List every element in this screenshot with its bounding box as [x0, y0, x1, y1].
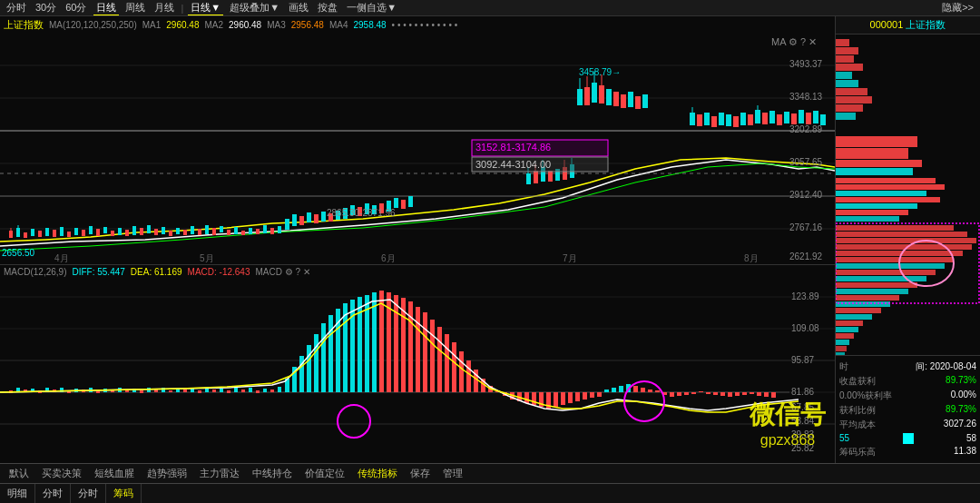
svg-rect-89 — [621, 94, 626, 108]
ma-dots: • • • • • • • • • • • • — [392, 20, 458, 30]
ma3-prefix: MA3 — [267, 20, 286, 30]
svg-rect-264 — [836, 321, 863, 326]
svg-rect-239 — [836, 148, 908, 159]
y-axis-5: 2912.40 — [789, 190, 823, 200]
macd-y7: 39.83 — [791, 429, 814, 439]
tf-weekly[interactable]: 周线 — [122, 1, 148, 15]
market-profile — [836, 35, 980, 355]
svg-rect-211 — [655, 390, 660, 392]
svg-rect-29 — [140, 228, 143, 235]
tf-30min[interactable]: 30分 — [33, 1, 59, 15]
tf-daily[interactable]: 日线 — [93, 1, 119, 15]
svg-rect-243 — [836, 184, 945, 190]
svg-rect-141 — [147, 388, 151, 392]
right-header: 000001 上证指数 — [836, 16, 980, 35]
svg-rect-37 — [198, 229, 201, 235]
stats-avg-label: 平均成本 — [839, 419, 876, 431]
tf-monthly[interactable]: 月线 — [152, 1, 177, 15]
peak-price-label: 3458.79→ — [579, 67, 621, 77]
ma1-prefix: MA1 — [142, 20, 162, 30]
svg-rect-41 — [227, 230, 230, 235]
svg-rect-31 — [154, 229, 158, 235]
view-superimpose[interactable]: 超级叠加▼ — [227, 1, 282, 15]
nav-buysell[interactable]: 买卖决策 — [36, 465, 87, 482]
svg-rect-254 — [836, 257, 954, 262]
btn-chips[interactable]: 筹码 — [106, 484, 142, 503]
nav-manage[interactable]: 管理 — [437, 465, 468, 482]
svg-rect-65 — [401, 200, 406, 209]
svg-rect-256 — [836, 270, 936, 275]
svg-rect-95 — [697, 114, 702, 126]
nav-save[interactable]: 保存 — [405, 465, 436, 482]
macd-svg: 123.89 109.08 95.87 81.86 67.85 53.84 39… — [0, 265, 835, 460]
view-press[interactable]: 按盘 — [315, 1, 340, 15]
box1-price: 3152.81-3174.86 — [475, 142, 551, 153]
tf-60min[interactable]: 60分 — [63, 1, 89, 15]
stats-time-label: 时 — [839, 360, 848, 373]
nav-traditional[interactable]: 传统指标 — [352, 465, 403, 482]
svg-rect-210 — [648, 390, 652, 392]
stats-close-row: 收盘获利 89.73% — [839, 374, 976, 389]
stock-name: 上证指数 — [4, 18, 44, 32]
macd-y5: 67.85 — [791, 402, 814, 412]
nav-main[interactable]: 主力雷达 — [194, 465, 245, 482]
view-draw[interactable]: 画线 — [286, 1, 311, 15]
svg-rect-181 — [437, 327, 442, 392]
nav-value[interactable]: 价值定位 — [299, 465, 350, 482]
svg-rect-228 — [836, 39, 849, 46]
svg-rect-213 — [670, 392, 674, 397]
svg-rect-229 — [836, 47, 858, 54]
svg-rect-159 — [278, 387, 281, 392]
stats-extra-row: 55 58 — [839, 432, 976, 445]
hide-panel[interactable]: 隐藏>> — [939, 1, 976, 15]
toolbar: 分时 30分 60分 日线 周线 月线 | 日线▼ 超级叠加▼ 画线 按盘 一侧… — [0, 0, 980, 16]
svg-rect-260 — [836, 295, 899, 301]
svg-rect-158 — [270, 390, 274, 392]
svg-rect-34 — [176, 228, 180, 234]
svg-rect-216 — [691, 392, 696, 394]
svg-rect-99 — [726, 114, 731, 126]
nav-default[interactable]: 默认 — [4, 465, 34, 482]
btn-fenshi[interactable]: 分时 — [35, 484, 71, 503]
svg-rect-87 — [606, 89, 612, 105]
view-daily[interactable]: 日线▼ — [188, 1, 223, 15]
svg-rect-45 — [256, 229, 260, 234]
svg-rect-169 — [350, 300, 355, 392]
btn-detail[interactable]: 明细 — [0, 484, 35, 503]
svg-rect-40 — [220, 226, 223, 232]
y-axis-3: 3202.89 — [789, 124, 823, 134]
nav-midterm[interactable]: 中线持仓 — [247, 465, 298, 482]
btn-fenshi2[interactable]: 分时 — [71, 484, 106, 503]
svg-rect-164 — [314, 334, 318, 392]
svg-rect-51 — [299, 216, 304, 225]
main-chart[interactable]: 3458.79→ 3493.37 3348.13 3202.89 3057.65… — [0, 33, 835, 463]
svg-rect-163 — [307, 345, 311, 392]
svg-rect-240 — [836, 160, 922, 167]
svg-rect-234 — [836, 88, 867, 95]
svg-rect-175 — [394, 295, 398, 392]
svg-rect-267 — [836, 340, 849, 345]
main-layout: 上证指数 MA(120,120,250,250) MA1 2960.48 MA2… — [0, 16, 980, 463]
svg-rect-185 — [466, 360, 471, 392]
svg-rect-48 — [278, 226, 281, 233]
macd-panel: MACD(12,26,9) DIFF: 55.447 DEA: 61.169 M… — [0, 264, 835, 463]
svg-rect-269 — [836, 352, 845, 355]
y-axis-7: 2621.92 — [789, 252, 823, 261]
view-side[interactable]: 一侧自选▼ — [344, 1, 399, 15]
svg-rect-218 — [706, 392, 710, 394]
svg-rect-112 — [813, 111, 818, 123]
nav-short[interactable]: 短线血腥 — [89, 465, 140, 482]
svg-rect-144 — [169, 390, 172, 392]
svg-rect-43 — [241, 231, 245, 235]
stats-ratio-label: 获利比例 — [839, 404, 876, 417]
nav-trend[interactable]: 趋势强弱 — [142, 465, 192, 482]
svg-rect-257 — [836, 276, 926, 281]
svg-rect-17 — [53, 230, 56, 237]
svg-rect-226 — [764, 392, 769, 397]
svg-rect-225 — [757, 392, 761, 396]
svg-rect-25 — [111, 231, 114, 236]
tf-fenshi[interactable]: 分时 — [4, 1, 29, 15]
svg-rect-255 — [836, 263, 945, 269]
svg-rect-235 — [836, 96, 872, 104]
svg-rect-101 — [740, 113, 746, 125]
